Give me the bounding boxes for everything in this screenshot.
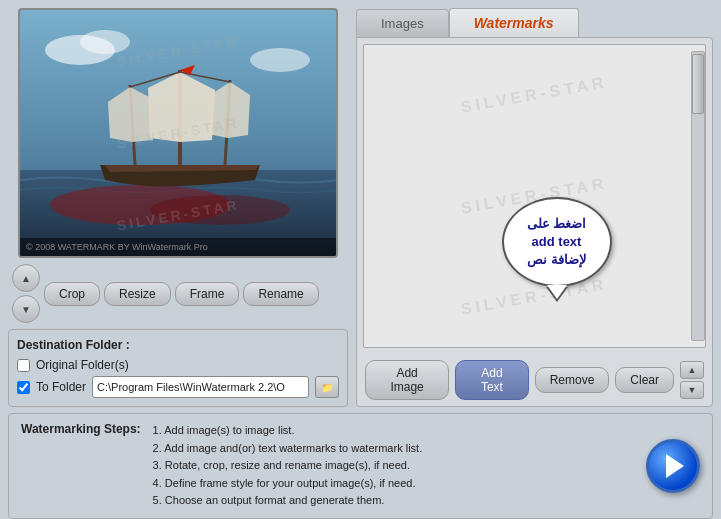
scroll-up-button[interactable]: ▲ bbox=[680, 361, 704, 379]
destination-section: Destination Folder : Original Folder(s) … bbox=[8, 329, 348, 407]
svg-point-3 bbox=[150, 195, 290, 225]
tab-content: SILVER-STAR SILVER-STAR SILVER-STAR اضغط… bbox=[356, 37, 713, 407]
steps-list: 1. Add image(s) to image list. 2. Add im… bbox=[153, 422, 638, 510]
to-folder-row: To Folder 📁 bbox=[17, 376, 339, 398]
add-text-button[interactable]: Add Text bbox=[455, 360, 528, 400]
tabs-header: Images Watermarks bbox=[356, 8, 713, 37]
right-panel: Images Watermarks SILVER-STAR SILVER-STA… bbox=[356, 8, 713, 407]
folder-browse-button[interactable]: 📁 bbox=[315, 376, 339, 398]
step-3: 3. Rotate, crop, resize and rename image… bbox=[153, 457, 638, 475]
svg-point-11 bbox=[250, 48, 310, 72]
clear-button[interactable]: Clear bbox=[615, 367, 674, 393]
speech-bubble: اضغط على add text لإضافة نص bbox=[502, 197, 612, 287]
play-button[interactable] bbox=[646, 439, 700, 493]
to-folder-label: To Folder bbox=[36, 380, 86, 394]
frame-button[interactable]: Frame bbox=[175, 282, 240, 306]
bottom-section: Watermarking Steps: 1. Add image(s) to i… bbox=[8, 413, 713, 519]
scrollbar-thumb bbox=[692, 54, 704, 114]
watermark-scrollbar[interactable] bbox=[691, 51, 705, 341]
add-image-button[interactable]: Add Image bbox=[365, 360, 449, 400]
resize-button[interactable]: Resize bbox=[104, 282, 171, 306]
tab-images[interactable]: Images bbox=[356, 9, 449, 37]
tools-row: ▲ ▼ Crop Resize Frame Rename bbox=[12, 264, 348, 323]
destination-title: Destination Folder : bbox=[17, 338, 339, 352]
prev-arrow-button[interactable]: ▲ bbox=[12, 264, 40, 292]
top-section: SILVER-STAR SILVER-STAR SILVER-STAR © 20… bbox=[8, 8, 713, 407]
nav-right-arrows: ▲ ▼ bbox=[680, 361, 704, 399]
step-1: 1. Add image(s) to image list. bbox=[153, 422, 638, 440]
folder-path-input[interactable] bbox=[92, 376, 309, 398]
left-panel: SILVER-STAR SILVER-STAR SILVER-STAR © 20… bbox=[8, 8, 348, 407]
action-buttons-row: Add Image Add Text Remove Clear ▲ ▼ bbox=[357, 354, 712, 406]
image-preview-container: SILVER-STAR SILVER-STAR SILVER-STAR © 20… bbox=[18, 8, 338, 258]
nav-arrows: ▲ ▼ bbox=[12, 264, 40, 323]
remove-button[interactable]: Remove bbox=[535, 367, 610, 393]
watermark-area: SILVER-STAR SILVER-STAR SILVER-STAR اضغط… bbox=[363, 44, 706, 348]
next-arrow-button[interactable]: ▼ bbox=[12, 295, 40, 323]
scroll-down-button[interactable]: ▼ bbox=[680, 381, 704, 399]
bubble-line3: لإضافة نص bbox=[527, 251, 587, 269]
rename-button[interactable]: Rename bbox=[243, 282, 318, 306]
crop-button[interactable]: Crop bbox=[44, 282, 100, 306]
svg-point-10 bbox=[80, 30, 130, 54]
image-preview: SILVER-STAR SILVER-STAR SILVER-STAR © 20… bbox=[20, 10, 336, 256]
step-4: 4. Define frame style for your output im… bbox=[153, 475, 638, 493]
bubble-line1: اضغط على bbox=[527, 215, 587, 233]
original-folder-label: Original Folder(s) bbox=[36, 358, 129, 372]
steps-title: Watermarking Steps: bbox=[21, 422, 141, 436]
original-folder-row: Original Folder(s) bbox=[17, 358, 339, 372]
main-container: SILVER-STAR SILVER-STAR SILVER-STAR © 20… bbox=[0, 0, 721, 519]
to-folder-checkbox[interactable] bbox=[17, 381, 30, 394]
bubble-line2: add text bbox=[527, 233, 587, 251]
step-5: 5. Choose an output format and generate … bbox=[153, 492, 638, 510]
tab-watermarks[interactable]: Watermarks bbox=[449, 8, 579, 37]
play-icon bbox=[666, 454, 684, 478]
original-folder-checkbox[interactable] bbox=[17, 359, 30, 372]
step-2: 2. Add image and(or) text watermarks to … bbox=[153, 440, 638, 458]
